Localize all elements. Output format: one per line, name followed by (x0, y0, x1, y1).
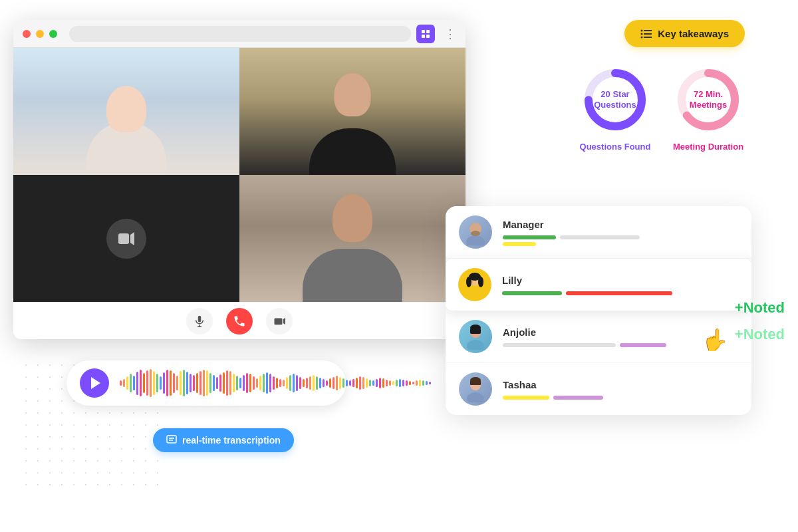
tashaa-name: Tashaa (503, 379, 738, 390)
noted-label-1: +Noted (735, 299, 785, 317)
browser-dot-yellow[interactable] (36, 30, 44, 38)
video-cell-2 (239, 48, 466, 175)
key-takeaways-button[interactable]: Key takeaways (624, 20, 745, 47)
svg-rect-1 (426, 30, 430, 33)
svg-point-24 (471, 231, 480, 236)
svg-rect-40 (470, 381, 481, 385)
browser-more-icon[interactable]: ⋮ (444, 27, 456, 41)
browser-dot-red[interactable] (23, 30, 31, 38)
lilly-name: Lilly (502, 275, 739, 286)
browser-toolbar: ⋮ (13, 20, 466, 48)
svg-point-16 (641, 36, 643, 38)
participant-row-lilly: Lilly (446, 258, 751, 311)
svg-point-14 (641, 29, 643, 31)
video-cell-3 (13, 175, 239, 302)
browser-window: ⋮ (13, 20, 466, 339)
hand-cursor-icon: 👆 (702, 327, 728, 352)
anjolie-bar-purple (620, 343, 666, 347)
call-controls (13, 302, 466, 339)
anjolie-bar-gray (503, 343, 616, 347)
avatar-anjolie (459, 320, 492, 353)
svg-rect-4 (118, 233, 129, 244)
svg-rect-0 (422, 30, 425, 33)
questions-chart: 20 StarQuestions Questions Found (579, 63, 652, 152)
svg-marker-5 (130, 232, 134, 245)
play-button[interactable] (80, 368, 109, 398)
tashaa-bar-purple (553, 396, 603, 400)
video-off-indicator (106, 219, 146, 259)
charts-row: 20 StarQuestions Questions Found 72 Min.… (525, 63, 745, 152)
browser-extension-icon[interactable] (416, 25, 435, 43)
tashaa-bar-yellow (503, 396, 549, 400)
manager-bar-gray (560, 235, 640, 239)
participants-card: Manager (446, 206, 751, 415)
manager-bar-green (503, 235, 556, 239)
manager-info: Manager (503, 219, 738, 246)
svg-point-29 (466, 277, 471, 287)
play-icon (91, 377, 100, 389)
svg-marker-10 (283, 317, 285, 325)
video-cell-1 (13, 48, 239, 175)
manager-bars (503, 235, 738, 246)
audio-player (66, 360, 346, 406)
duration-caption: Meeting Duration (673, 142, 743, 152)
svg-rect-41 (167, 436, 176, 443)
svg-point-15 (641, 33, 643, 35)
participant-row-tashaa: Tashaa (446, 363, 751, 415)
transcription-label: real-time transcription (182, 435, 281, 446)
manager-bar-yellow (503, 242, 536, 246)
key-takeaways-label: Key takeaways (658, 28, 729, 39)
duration-donut: 72 Min.Meetings (672, 63, 745, 136)
svg-rect-3 (426, 35, 430, 38)
camera-button[interactable] (266, 308, 293, 334)
noted-label-2: +Noted (735, 326, 785, 343)
video-grid (13, 48, 466, 302)
manager-name: Manager (503, 219, 738, 230)
svg-point-30 (478, 277, 483, 287)
mute-button[interactable] (186, 308, 213, 334)
avatar-manager (459, 215, 492, 249)
participant-video-1 (13, 48, 239, 175)
lilly-bar-red (566, 291, 672, 295)
duration-chart: 72 Min.Meetings Meeting Duration (672, 63, 745, 152)
questions-donut-label: 20 StarQuestions (594, 89, 636, 110)
avatar-tashaa (459, 372, 492, 406)
svg-rect-2 (422, 35, 425, 38)
participant-video-4 (239, 175, 466, 302)
lilly-bar-green (502, 291, 562, 295)
svg-rect-9 (275, 318, 283, 325)
tashaa-info: Tashaa (503, 379, 738, 400)
lilly-bars (502, 291, 739, 295)
tashaa-bars (503, 396, 738, 400)
browser-dot-green[interactable] (49, 30, 57, 38)
svg-point-32 (467, 340, 484, 350)
transcription-badge: real-time transcription (153, 428, 294, 452)
svg-rect-6 (198, 315, 201, 322)
lilly-info: Lilly (502, 275, 739, 295)
svg-point-37 (467, 392, 484, 402)
end-call-button[interactable] (226, 308, 253, 334)
audio-waveform[interactable] (120, 370, 431, 396)
browser-address-bar[interactable] (69, 26, 411, 42)
questions-caption: Questions Found (580, 142, 651, 152)
questions-donut: 20 StarQuestions (579, 63, 652, 136)
stats-panel: Key takeaways 20 StarQuestions Questions… (525, 20, 745, 162)
svg-point-22 (466, 235, 485, 245)
duration-donut-label: 72 Min.Meetings (690, 89, 727, 110)
avatar-lilly (458, 268, 491, 301)
participant-row-manager: Manager (446, 206, 751, 259)
svg-point-26 (466, 288, 483, 298)
video-cell-4 (239, 175, 466, 302)
svg-rect-35 (470, 329, 481, 334)
participant-video-2 (239, 48, 466, 175)
